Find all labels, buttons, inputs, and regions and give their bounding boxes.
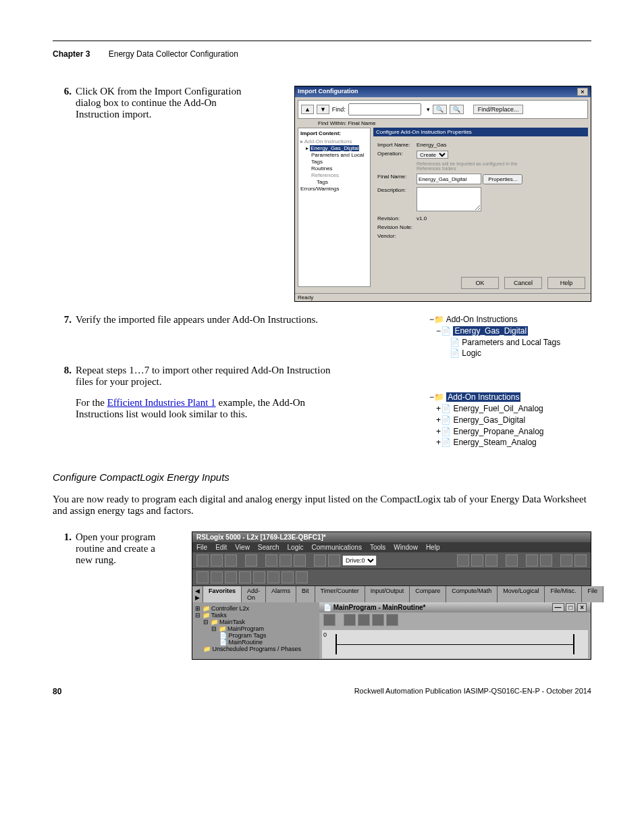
menu-communications[interactable]: Communications bbox=[311, 544, 361, 551]
close-icon[interactable]: × bbox=[577, 88, 588, 96]
contact-icon[interactable] bbox=[239, 571, 251, 583]
routine-pane: 📄 MainProgram - MainRoutine* — □ × bbox=[319, 602, 591, 659]
tool-icon[interactable] bbox=[323, 614, 336, 626]
find-input[interactable] bbox=[348, 103, 421, 115]
tool-icon[interactable] bbox=[457, 554, 469, 567]
maximize-icon[interactable]: □ bbox=[566, 603, 575, 612]
tree-selected[interactable]: Add-On Instructions bbox=[446, 392, 520, 402]
find-icon[interactable]: 🔍 bbox=[433, 105, 447, 114]
instruction-tabs[interactable]: ◀ ▶ Favorites Add-On Alarms Bit Timer/Co… bbox=[192, 586, 591, 602]
page-number: 80 bbox=[53, 687, 61, 696]
tree-header: Import Content: bbox=[300, 130, 368, 137]
tool-icon[interactable] bbox=[386, 614, 398, 626]
minimize-icon[interactable]: — bbox=[552, 603, 564, 612]
tab-filemisc[interactable]: File/Misc. bbox=[545, 586, 582, 602]
open-icon[interactable] bbox=[211, 554, 223, 567]
find-replace-button[interactable]: Find/Replace... bbox=[473, 105, 524, 114]
find-next-icon[interactable]: ▼ bbox=[317, 105, 329, 114]
tool-icon[interactable] bbox=[526, 554, 538, 567]
tab-alarms[interactable]: Alarms bbox=[266, 586, 296, 602]
tool-icon[interactable] bbox=[485, 554, 498, 567]
step-number: 7. bbox=[53, 314, 76, 325]
coil-icon[interactable] bbox=[296, 571, 308, 583]
tool-icon[interactable] bbox=[471, 554, 483, 567]
zoom-in-icon[interactable] bbox=[560, 554, 572, 567]
step-text: Verify the imported file appears under A… bbox=[76, 314, 336, 325]
undo-icon[interactable] bbox=[314, 554, 326, 567]
tree-selected[interactable]: Energy_Gas_Digital bbox=[453, 326, 528, 336]
description-input[interactable] bbox=[417, 187, 481, 211]
tab-addon[interactable]: Add-On bbox=[242, 586, 266, 602]
menu-logic[interactable]: Logic bbox=[288, 544, 304, 551]
tab-move[interactable]: Move/Logical bbox=[498, 586, 545, 602]
step-text-2: For the Efficient Industries Plant 1 exa… bbox=[76, 397, 336, 420]
tab-compare[interactable]: Compare bbox=[410, 586, 446, 602]
body-paragraph: You are now ready to program each digita… bbox=[53, 494, 591, 517]
import-content-tree[interactable]: Import Content: ▸ Add-On Instructions ▸ … bbox=[298, 128, 371, 287]
close-icon[interactable]: × bbox=[577, 603, 587, 612]
tab-favorites[interactable]: Favorites bbox=[203, 586, 242, 602]
menu-window[interactable]: Window bbox=[394, 544, 418, 551]
zoom-out-icon[interactable] bbox=[574, 554, 587, 567]
branch-icon[interactable] bbox=[211, 571, 223, 583]
help-button[interactable]: Help bbox=[547, 277, 585, 289]
save-icon[interactable] bbox=[225, 554, 237, 567]
step-text: Open your program routine and create a n… bbox=[76, 531, 167, 566]
tool-icon[interactable] bbox=[358, 614, 370, 626]
rslogix-title: RSLogix 5000 - L2x [1769-L23E-QBFC1]* bbox=[192, 532, 591, 542]
properties-button[interactable]: Properties... bbox=[483, 174, 522, 184]
redo-icon[interactable] bbox=[328, 554, 340, 567]
new-icon[interactable] bbox=[196, 554, 209, 567]
menu-help[interactable]: Help bbox=[426, 544, 440, 551]
menu-view[interactable]: View bbox=[235, 544, 250, 551]
contact-icon[interactable] bbox=[225, 571, 237, 583]
running-header: Chapter 3 Energy Data Collector Configur… bbox=[53, 49, 591, 59]
tool-icon[interactable] bbox=[372, 614, 384, 626]
expand-icon[interactable]: + bbox=[436, 415, 441, 425]
tool-icon[interactable] bbox=[506, 554, 518, 567]
tool-icon[interactable] bbox=[540, 554, 552, 567]
tab-compute[interactable]: Compute/Math bbox=[446, 586, 498, 602]
tab-io[interactable]: Input/Output bbox=[365, 586, 410, 602]
example-link[interactable]: Efficient Industries Plant 1 bbox=[107, 397, 216, 408]
operation-select[interactable]: Create bbox=[417, 151, 448, 159]
dialog-titlebar: Import Configuration × bbox=[295, 86, 591, 97]
collapse-icon[interactable]: − bbox=[436, 326, 441, 336]
copy-icon[interactable] bbox=[279, 554, 292, 567]
cut-icon[interactable] bbox=[265, 554, 277, 567]
coil-icon[interactable] bbox=[281, 571, 294, 583]
final-name-input[interactable] bbox=[417, 174, 481, 184]
menu-tools[interactable]: Tools bbox=[370, 544, 385, 551]
menu-file[interactable]: File bbox=[196, 544, 207, 551]
find-prev-icon[interactable]: ▲ bbox=[301, 105, 314, 114]
tool-icon[interactable] bbox=[344, 614, 356, 626]
tree-selected[interactable]: Energy_Gas_Digital bbox=[310, 145, 359, 151]
coil-icon[interactable] bbox=[267, 571, 279, 583]
find-all-icon[interactable]: 🔍 bbox=[450, 105, 464, 114]
expand-icon[interactable]: + bbox=[436, 438, 441, 447]
subheading: Configure CompactLogix Energy Inputs bbox=[53, 471, 591, 483]
print-icon[interactable] bbox=[245, 554, 257, 567]
expand-icon[interactable]: + bbox=[436, 427, 441, 436]
cancel-button[interactable]: Cancel bbox=[504, 277, 542, 289]
collapse-icon[interactable]: − bbox=[429, 392, 434, 402]
tab-file[interactable]: File bbox=[582, 586, 603, 602]
tab-bit[interactable]: Bit bbox=[296, 586, 315, 602]
find-label: Find: bbox=[332, 106, 346, 113]
collapse-icon[interactable]: − bbox=[429, 315, 434, 324]
tab-timer[interactable]: Timer/Counter bbox=[315, 586, 365, 602]
expand-icon[interactable]: + bbox=[436, 404, 441, 413]
drive-select[interactable]: Drive:0 bbox=[342, 555, 377, 566]
coil-icon[interactable] bbox=[253, 571, 265, 583]
rung[interactable]: 0 bbox=[322, 630, 588, 658]
paste-icon[interactable] bbox=[294, 554, 306, 567]
menu-edit[interactable]: Edit bbox=[215, 544, 227, 551]
project-tree[interactable]: ⊞ 📁 Controller L2x ⊟ 📁 Tasks ⊟ 📁 MainTas… bbox=[192, 602, 319, 659]
properties-header: Configure Add-On Instruction Properties bbox=[373, 128, 588, 136]
menubar[interactable]: File Edit View Search Logic Communicatio… bbox=[192, 542, 591, 552]
step-text: Click OK from the Import Configuration d… bbox=[76, 86, 255, 120]
rung-icon[interactable] bbox=[196, 571, 209, 583]
menu-search[interactable]: Search bbox=[258, 544, 279, 551]
step-number: 1. bbox=[53, 531, 76, 543]
ok-button[interactable]: OK bbox=[461, 277, 499, 289]
